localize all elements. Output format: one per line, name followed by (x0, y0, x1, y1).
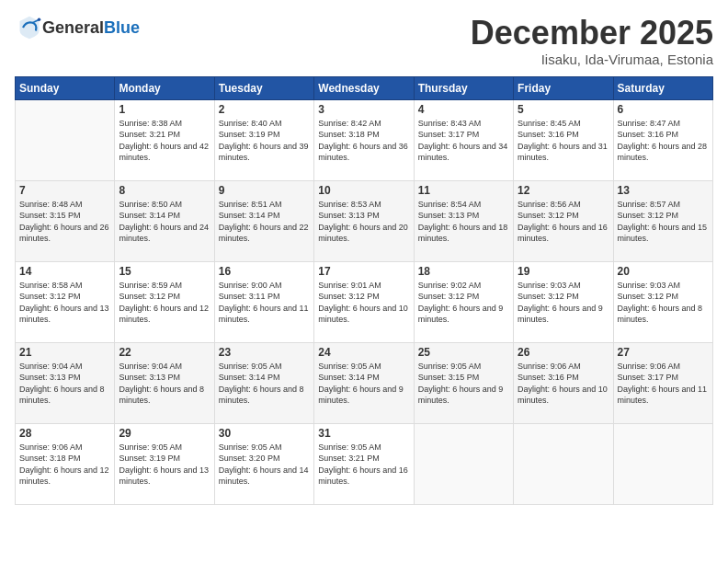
day-number: 27 (618, 346, 709, 359)
svg-point-0 (38, 18, 41, 22)
day-info: Sunrise: 8:57 AM Sunset: 3:12 PM Dayligh… (618, 199, 709, 245)
day-info: Sunrise: 8:51 AM Sunset: 3:14 PM Dayligh… (219, 199, 310, 245)
day-info: Sunrise: 8:58 AM Sunset: 3:12 PM Dayligh… (19, 280, 110, 326)
logo-blue: Blue (104, 18, 140, 37)
day-info: Sunrise: 8:48 AM Sunset: 3:15 PM Dayligh… (19, 199, 110, 245)
table-row (613, 423, 712, 504)
table-row: 13Sunrise: 8:57 AM Sunset: 3:12 PM Dayli… (613, 180, 712, 261)
day-info: Sunrise: 9:06 AM Sunset: 3:17 PM Dayligh… (618, 361, 709, 407)
logo-text: GeneralBlue (42, 18, 140, 38)
table-row: 18Sunrise: 9:02 AM Sunset: 3:12 PM Dayli… (414, 261, 513, 342)
table-row: 2Sunrise: 8:40 AM Sunset: 3:19 PM Daylig… (214, 99, 313, 180)
day-number: 17 (318, 265, 409, 278)
table-row: 29Sunrise: 9:05 AM Sunset: 3:19 PM Dayli… (115, 423, 214, 504)
day-info: Sunrise: 9:05 AM Sunset: 3:15 PM Dayligh… (418, 361, 509, 407)
table-row: 9Sunrise: 8:51 AM Sunset: 3:14 PM Daylig… (214, 180, 313, 261)
header: GeneralBlue December 2025 Iisaku, Ida-Vi… (15, 15, 713, 67)
calendar-week-row: 14Sunrise: 8:58 AM Sunset: 3:12 PM Dayli… (16, 261, 713, 342)
day-number: 9 (219, 184, 310, 197)
table-row: 27Sunrise: 9:06 AM Sunset: 3:17 PM Dayli… (613, 342, 712, 423)
table-row: 22Sunrise: 9:04 AM Sunset: 3:13 PM Dayli… (115, 342, 214, 423)
day-number: 30 (219, 427, 310, 440)
day-number: 4 (418, 103, 509, 116)
day-number: 18 (418, 265, 509, 278)
day-number: 1 (119, 103, 210, 116)
day-info: Sunrise: 8:40 AM Sunset: 3:19 PM Dayligh… (219, 118, 310, 164)
day-info: Sunrise: 8:43 AM Sunset: 3:17 PM Dayligh… (418, 118, 509, 164)
table-row: 12Sunrise: 8:56 AM Sunset: 3:12 PM Dayli… (514, 180, 613, 261)
day-number: 26 (518, 346, 609, 359)
header-saturday: Saturday (613, 76, 712, 99)
table-row: 25Sunrise: 9:05 AM Sunset: 3:15 PM Dayli… (414, 342, 513, 423)
day-number: 21 (19, 346, 110, 359)
table-row: 7Sunrise: 8:48 AM Sunset: 3:15 PM Daylig… (16, 180, 115, 261)
day-number: 6 (618, 103, 709, 116)
table-row: 17Sunrise: 9:01 AM Sunset: 3:12 PM Dayli… (314, 261, 414, 342)
page: GeneralBlue December 2025 Iisaku, Ida-Vi… (0, 0, 728, 563)
logo-general: General (42, 18, 104, 37)
day-info: Sunrise: 9:06 AM Sunset: 3:16 PM Dayligh… (518, 361, 609, 407)
table-row: 31Sunrise: 9:05 AM Sunset: 3:21 PM Dayli… (314, 423, 414, 504)
day-info: Sunrise: 9:01 AM Sunset: 3:12 PM Dayligh… (318, 280, 409, 326)
day-info: Sunrise: 9:05 AM Sunset: 3:14 PM Dayligh… (219, 361, 310, 407)
day-info: Sunrise: 8:53 AM Sunset: 3:13 PM Dayligh… (318, 199, 409, 245)
day-info: Sunrise: 9:05 AM Sunset: 3:20 PM Dayligh… (219, 442, 310, 488)
day-number: 2 (219, 103, 310, 116)
day-info: Sunrise: 9:00 AM Sunset: 3:11 PM Dayligh… (219, 280, 310, 326)
table-row: 30Sunrise: 9:05 AM Sunset: 3:20 PM Dayli… (214, 423, 313, 504)
table-row: 3Sunrise: 8:42 AM Sunset: 3:18 PM Daylig… (314, 99, 414, 180)
location-title: Iisaku, Ida-Virumaa, Estonia (471, 52, 713, 67)
calendar-week-row: 1Sunrise: 8:38 AM Sunset: 3:21 PM Daylig… (16, 99, 713, 180)
logo-icon (17, 15, 42, 40)
day-number: 8 (119, 184, 210, 197)
calendar-week-row: 21Sunrise: 9:04 AM Sunset: 3:13 PM Dayli… (16, 342, 713, 423)
table-row: 15Sunrise: 8:59 AM Sunset: 3:12 PM Dayli… (115, 261, 214, 342)
table-row: 28Sunrise: 9:06 AM Sunset: 3:18 PM Dayli… (16, 423, 115, 504)
day-number: 20 (618, 265, 709, 278)
table-row: 8Sunrise: 8:50 AM Sunset: 3:14 PM Daylig… (115, 180, 214, 261)
title-block: December 2025 Iisaku, Ida-Virumaa, Eston… (471, 15, 713, 67)
table-row: 14Sunrise: 8:58 AM Sunset: 3:12 PM Dayli… (16, 261, 115, 342)
day-number: 28 (19, 427, 110, 440)
table-row: 6Sunrise: 8:47 AM Sunset: 3:16 PM Daylig… (613, 99, 712, 180)
day-number: 23 (219, 346, 310, 359)
day-info: Sunrise: 9:05 AM Sunset: 3:14 PM Dayligh… (318, 361, 409, 407)
day-info: Sunrise: 9:04 AM Sunset: 3:13 PM Dayligh… (19, 361, 110, 407)
day-info: Sunrise: 8:47 AM Sunset: 3:16 PM Dayligh… (618, 118, 709, 164)
table-row: 24Sunrise: 9:05 AM Sunset: 3:14 PM Dayli… (314, 342, 414, 423)
table-row: 11Sunrise: 8:54 AM Sunset: 3:13 PM Dayli… (414, 180, 513, 261)
table-row (414, 423, 513, 504)
table-row: 20Sunrise: 9:03 AM Sunset: 3:12 PM Dayli… (613, 261, 712, 342)
day-number: 14 (19, 265, 110, 278)
day-number: 7 (19, 184, 110, 197)
day-info: Sunrise: 8:59 AM Sunset: 3:12 PM Dayligh… (119, 280, 210, 326)
day-info: Sunrise: 9:03 AM Sunset: 3:12 PM Dayligh… (618, 280, 709, 326)
day-info: Sunrise: 9:05 AM Sunset: 3:19 PM Dayligh… (119, 442, 210, 488)
day-number: 29 (119, 427, 210, 440)
table-row: 16Sunrise: 9:00 AM Sunset: 3:11 PM Dayli… (214, 261, 313, 342)
day-number: 12 (518, 184, 609, 197)
day-info: Sunrise: 9:03 AM Sunset: 3:12 PM Dayligh… (518, 280, 609, 326)
day-number: 24 (318, 346, 409, 359)
day-info: Sunrise: 8:50 AM Sunset: 3:14 PM Dayligh… (119, 199, 210, 245)
table-row: 1Sunrise: 8:38 AM Sunset: 3:21 PM Daylig… (115, 99, 214, 180)
day-info: Sunrise: 8:56 AM Sunset: 3:12 PM Dayligh… (518, 199, 609, 245)
day-number: 5 (518, 103, 609, 116)
month-title: December 2025 (471, 15, 713, 52)
header-sunday: Sunday (16, 76, 115, 99)
table-row: 4Sunrise: 8:43 AM Sunset: 3:17 PM Daylig… (414, 99, 513, 180)
day-info: Sunrise: 9:06 AM Sunset: 3:18 PM Dayligh… (19, 442, 110, 488)
table-row: 19Sunrise: 9:03 AM Sunset: 3:12 PM Dayli… (514, 261, 613, 342)
day-info: Sunrise: 9:04 AM Sunset: 3:13 PM Dayligh… (119, 361, 210, 407)
day-number: 16 (219, 265, 310, 278)
day-number: 13 (618, 184, 709, 197)
day-number: 15 (119, 265, 210, 278)
table-row (514, 423, 613, 504)
logo: GeneralBlue (15, 15, 140, 40)
day-number: 19 (518, 265, 609, 278)
table-row: 10Sunrise: 8:53 AM Sunset: 3:13 PM Dayli… (314, 180, 414, 261)
calendar-week-row: 7Sunrise: 8:48 AM Sunset: 3:15 PM Daylig… (16, 180, 713, 261)
header-tuesday: Tuesday (214, 76, 313, 99)
day-info: Sunrise: 8:38 AM Sunset: 3:21 PM Dayligh… (119, 118, 210, 164)
day-number: 3 (318, 103, 409, 116)
